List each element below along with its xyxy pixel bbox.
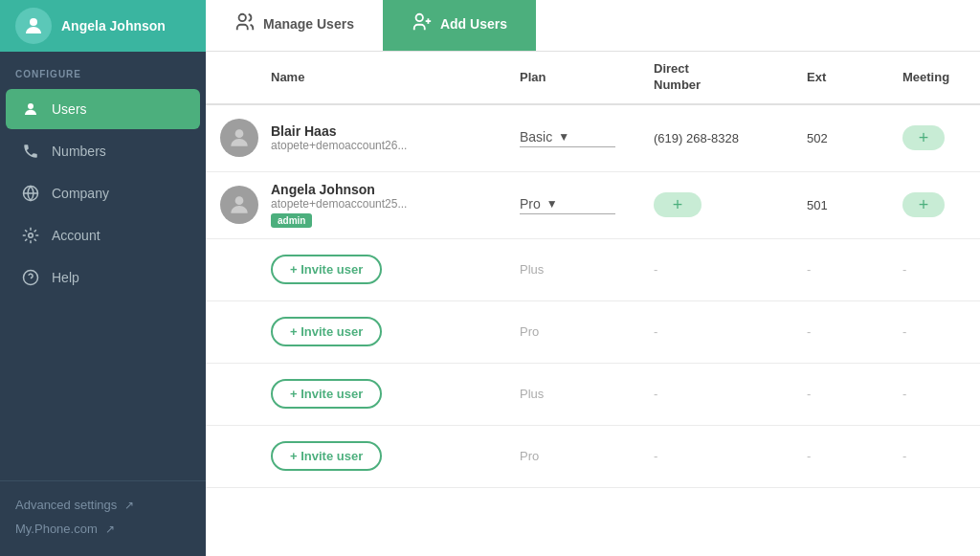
users-icon [21, 100, 40, 119]
tab-bar: Manage Users Add Users [206, 0, 980, 52]
admin-badge: admin [271, 213, 312, 228]
invite-user-button-4[interactable]: + Invite user [271, 441, 382, 471]
sidebar-nav: Users Numbers Company Account Help [0, 87, 206, 480]
svg-point-7 [416, 13, 423, 20]
table-row: Blair Haas atopete+demoaccount26... Basi… [206, 105, 980, 172]
meeting-add-button-angela[interactable]: + [902, 192, 945, 217]
col-name: Name [263, 70, 512, 84]
globe-icon [21, 184, 40, 203]
invite-plan-1: Plus [512, 262, 646, 277]
sidebar-item-account[interactable]: Account [6, 215, 200, 256]
plan-dropdown-arrow-angela: ▼ [546, 197, 558, 211]
col-meeting: Meeting [895, 70, 980, 84]
invite-user-button-2[interactable]: + Invite user [271, 317, 382, 346]
invite-direct-2: - [646, 324, 799, 339]
direct-number-add-button-angela[interactable]: + [654, 192, 702, 217]
invite-row: + Invite user Plus - - - [206, 364, 980, 426]
sidebar: Angela Johnson CONFIGURE Users Numbers C… [0, 0, 206, 556]
user-avatar-blair [206, 119, 263, 157]
invite-ext-1: - [799, 262, 895, 277]
invite-cell-3: + Invite user [263, 379, 512, 409]
invite-user-button-1[interactable]: + Invite user [271, 255, 382, 284]
myphonecom-link[interactable]: My.Phone.com ↗ [15, 517, 190, 541]
invite-cell-1: + Invite user [263, 255, 512, 284]
invite-ext-3: - [799, 387, 895, 401]
svg-point-1 [28, 103, 33, 109]
sidebar-item-numbers[interactable]: Numbers [6, 131, 200, 171]
col-direct-number: DirectNumber [646, 61, 799, 94]
svg-point-11 [235, 197, 244, 206]
svg-point-3 [29, 234, 33, 238]
sidebar-item-label-account: Account [52, 228, 100, 243]
invite-direct-1: - [646, 262, 799, 277]
plan-dropdown-arrow-blair: ▼ [558, 130, 569, 144]
plan-select-blair[interactable]: Basic ▼ [520, 129, 615, 147]
main-content: Manage Users Add Users Name Plan DirectN… [206, 0, 980, 556]
invite-row: + Invite user Pro - - - [206, 426, 980, 488]
user-name-blair: Blair Haas [271, 123, 504, 139]
advanced-settings-label: Advanced settings [15, 498, 117, 512]
invite-ext-4: - [799, 449, 895, 463]
user-email-blair: atopete+demoaccount26... [271, 139, 504, 152]
meeting-add-button-blair[interactable]: + [902, 125, 945, 150]
plan-select-angela[interactable]: Pro ▼ [520, 196, 615, 214]
sidebar-header: Angela Johnson [0, 0, 206, 52]
sidebar-item-label-numbers: Numbers [52, 144, 106, 159]
invite-user-button-3[interactable]: + Invite user [271, 379, 382, 409]
advanced-settings-link[interactable]: Advanced settings ↗ [15, 493, 190, 517]
user-email-angela: atopete+demoaccount25... [271, 197, 504, 211]
phone-icon [21, 142, 40, 161]
tab-manage-users[interactable]: Manage Users [206, 0, 383, 51]
plan-cell-angela: Pro ▼ [512, 196, 646, 214]
invite-plan-4: Pro [512, 449, 646, 463]
table-row: Angela Johnson atopete+demoaccount25... … [206, 172, 980, 239]
myphonecom-label: My.Phone.com [15, 522, 98, 536]
avatar [15, 8, 52, 44]
invite-meeting-1: - [895, 262, 980, 277]
tab-manage-users-label: Manage Users [263, 16, 354, 32]
direct-number-blair: (619) 268-8328 [646, 131, 799, 145]
invite-meeting-4: - [895, 449, 980, 463]
invite-direct-4: - [646, 449, 799, 463]
table-header: Name Plan DirectNumber Ext Meeting [206, 52, 980, 105]
invite-ext-2: - [799, 324, 895, 339]
invite-plan-3: Plus [512, 387, 646, 401]
sidebar-footer: Advanced settings ↗ My.Phone.com ↗ [0, 480, 206, 556]
svg-point-0 [30, 18, 37, 26]
user-avatar-angela [206, 186, 263, 224]
ext-blair: 502 [799, 131, 895, 145]
plan-cell-blair: Basic ▼ [512, 129, 646, 147]
tab-add-users-label: Add Users [440, 16, 507, 32]
sidebar-item-label-company: Company [52, 186, 109, 201]
meeting-cell-angela: + [895, 192, 980, 217]
direct-number-angela: + [646, 192, 799, 217]
configure-label: CONFIGURE [0, 52, 206, 87]
sidebar-username: Angela Johnson [61, 18, 166, 33]
meeting-cell-blair: + [895, 125, 980, 150]
add-users-icon [412, 11, 433, 37]
manage-users-icon [234, 11, 256, 37]
external-link-icon: ↗ [124, 499, 134, 512]
invite-cell-2: + Invite user [263, 317, 512, 346]
tab-add-users[interactable]: Add Users [383, 0, 536, 51]
sidebar-item-help[interactable]: Help [6, 257, 200, 298]
users-table: Name Plan DirectNumber Ext Meeting Blair… [206, 52, 980, 556]
external-link-icon-2: ↗ [105, 523, 115, 536]
plan-text-angela: Pro [520, 196, 541, 211]
sidebar-item-label-users: Users [52, 101, 87, 117]
user-name-angela: Angela Johnson [271, 182, 504, 197]
sidebar-item-users[interactable]: Users [6, 89, 200, 129]
invite-meeting-2: - [895, 324, 980, 339]
user-name-cell-blair: Blair Haas atopete+demoaccount26... [263, 123, 512, 152]
col-plan: Plan [512, 70, 646, 84]
invite-direct-3: - [646, 387, 799, 401]
invite-row: + Invite user Plus - - - [206, 239, 980, 301]
svg-point-10 [235, 130, 244, 139]
col-ext: Ext [799, 70, 895, 84]
invite-cell-4: + Invite user [263, 441, 512, 471]
settings-icon [21, 226, 40, 245]
sidebar-item-company[interactable]: Company [6, 173, 200, 213]
invite-row: + Invite user Pro - - - [206, 301, 980, 364]
help-icon [21, 268, 40, 287]
plan-text-blair: Basic [520, 129, 552, 145]
